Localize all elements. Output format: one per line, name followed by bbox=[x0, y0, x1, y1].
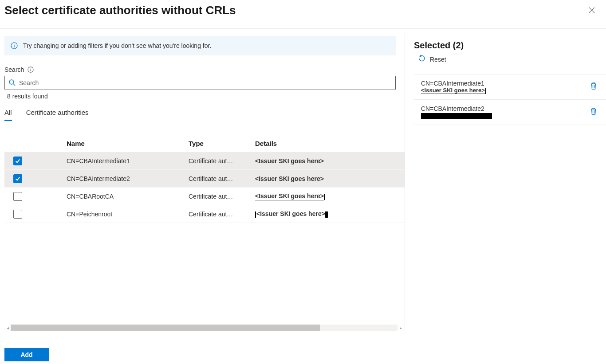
reset-button[interactable]: Reset bbox=[418, 55, 606, 63]
selected-item-name: CN=CBAIntermediate2 bbox=[421, 105, 492, 112]
row-checkbox[interactable] bbox=[13, 210, 22, 219]
cell-type: Certificate aut… bbox=[189, 175, 255, 182]
scrollbar-track[interactable] bbox=[11, 325, 397, 331]
cell-name: CN=CBAIntermediate2 bbox=[67, 175, 189, 182]
col-type[interactable]: Type bbox=[189, 140, 255, 147]
remove-selected-button[interactable] bbox=[590, 82, 597, 91]
scroll-right-arrow-icon[interactable]: ▸ bbox=[397, 325, 404, 331]
info-icon[interactable] bbox=[28, 67, 34, 73]
cell-type: Certificate aut… bbox=[189, 211, 255, 218]
selected-item-name: CN=CBAIntermediate1 bbox=[421, 80, 486, 87]
cell-details: <Issuer SKI goes here> bbox=[255, 175, 405, 182]
table-row[interactable]: CN=CBAIntermediate2Certificate aut…<Issu… bbox=[4, 170, 405, 188]
table-header-row: Name Type Details bbox=[4, 134, 405, 152]
row-checkbox[interactable] bbox=[13, 174, 22, 183]
cell-details: <Issuer SKI goes here> bbox=[255, 210, 405, 217]
tab-all[interactable]: All bbox=[4, 109, 12, 121]
trash-icon bbox=[590, 107, 597, 117]
selected-title: Selected (2) bbox=[414, 40, 606, 51]
add-button[interactable]: Add bbox=[4, 348, 49, 361]
selected-item: CN=CBAIntermediate1<Issuer SKI goes here… bbox=[414, 74, 606, 100]
remove-selected-button[interactable] bbox=[590, 107, 597, 117]
table-row[interactable]: CN=PeichenrootCertificate aut…<Issuer SK… bbox=[4, 205, 405, 223]
search-field[interactable] bbox=[4, 76, 396, 90]
svg-point-7 bbox=[31, 68, 31, 68]
scroll-left-arrow-icon[interactable]: ◂ bbox=[4, 325, 11, 331]
table-row[interactable]: CN=CBAIntermediate1Certificate aut…<Issu… bbox=[4, 152, 405, 170]
row-checkbox[interactable] bbox=[13, 157, 22, 165]
svg-line-9 bbox=[13, 84, 15, 86]
tab-certificate-authorities[interactable]: Certificate authorities bbox=[26, 109, 89, 121]
selected-item-ski: <Issuer SKI goes here> bbox=[421, 87, 486, 94]
cell-details: <Issuer SKI goes here> bbox=[255, 192, 405, 200]
cell-type: Certificate aut… bbox=[189, 193, 255, 200]
selected-list: CN=CBAIntermediate1<Issuer SKI goes here… bbox=[414, 74, 606, 125]
selected-item-ski bbox=[421, 112, 492, 120]
cell-name: CN=CBARootCA bbox=[67, 193, 189, 200]
col-name[interactable]: Name bbox=[67, 140, 189, 147]
info-message-bar: Try changing or adding filters if you do… bbox=[4, 36, 396, 55]
cell-name: CN=CBAIntermediate1 bbox=[67, 157, 189, 164]
row-checkbox[interactable] bbox=[13, 192, 22, 201]
ca-table: Name Type Details CN=CBAIntermediate1Cer… bbox=[4, 134, 405, 223]
page-title: Select certificate authorities without C… bbox=[4, 4, 236, 17]
tabs: All Certificate authorities bbox=[4, 109, 405, 121]
results-count: 8 results found bbox=[7, 93, 405, 100]
info-icon bbox=[11, 42, 18, 49]
scrollbar-thumb[interactable] bbox=[11, 325, 320, 331]
cell-name: CN=Peichenroot bbox=[67, 211, 189, 218]
col-details[interactable]: Details bbox=[255, 140, 405, 147]
reset-label: Reset bbox=[430, 56, 446, 63]
svg-point-8 bbox=[9, 80, 14, 84]
search-label: Search bbox=[4, 66, 24, 73]
info-text: Try changing or adding filters if you do… bbox=[23, 42, 211, 49]
close-button[interactable] bbox=[585, 4, 599, 18]
selected-item: CN=CBAIntermediate2 bbox=[414, 100, 606, 125]
cell-details: <Issuer SKI goes here> bbox=[255, 157, 405, 164]
close-icon bbox=[589, 7, 595, 15]
horizontal-scrollbar[interactable]: ◂ ▸ bbox=[4, 325, 404, 331]
svg-point-4 bbox=[14, 44, 14, 44]
undo-icon bbox=[418, 55, 425, 63]
search-icon bbox=[8, 79, 19, 87]
trash-icon bbox=[590, 82, 597, 91]
cell-type: Certificate aut… bbox=[189, 157, 255, 164]
table-row[interactable]: CN=CBARootCACertificate aut…<Issuer SKI … bbox=[4, 188, 405, 205]
search-input[interactable] bbox=[19, 79, 392, 86]
